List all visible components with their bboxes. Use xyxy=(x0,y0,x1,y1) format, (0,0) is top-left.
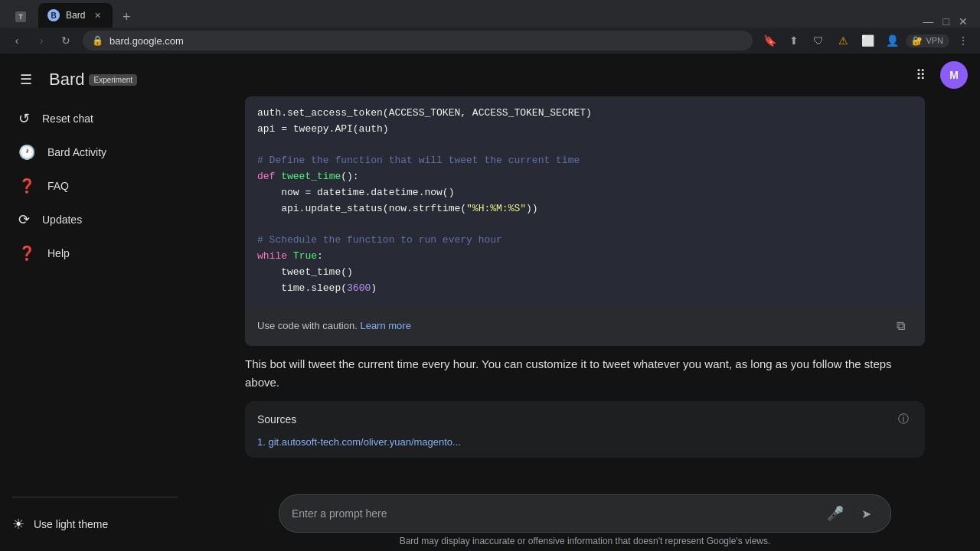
new-tab-button[interactable]: + xyxy=(116,6,137,28)
faq-icon: ❓ xyxy=(18,178,35,194)
caution-text: Use code with caution. Learn more xyxy=(257,320,411,331)
prompt-input-container: 🎤 ➤ xyxy=(279,494,891,533)
sidebar-item-bard-activity[interactable]: 🕐 Bard Activity xyxy=(6,136,184,168)
sidebar-item-reset-chat[interactable]: ↺ Reset chat xyxy=(6,103,184,135)
maximize-button[interactable]: □ xyxy=(943,15,949,28)
updates-icon: ⟳ xyxy=(18,211,30,228)
sidebar-item-updates-label: Updates xyxy=(42,214,82,226)
sidebar: ☰ Bard Experiment ↺ Reset chat 🕐 Bard Ac… xyxy=(0,54,190,551)
back-button[interactable]: ‹ xyxy=(6,30,28,51)
reset-chat-icon: ↺ xyxy=(18,110,30,127)
vpn-label: VPN xyxy=(926,36,943,45)
sidebar-item-updates[interactable]: ⟳ Updates xyxy=(6,204,184,236)
sources-card: Sources ⓘ 1. git.autosoft-tech.com/olive… xyxy=(245,401,925,458)
chat-area[interactable]: auth.set_access_token(ACCESS_TOKEN, ACCE… xyxy=(190,96,980,488)
avatar[interactable]: M xyxy=(940,61,968,89)
help-icon: ❓ xyxy=(18,245,35,262)
theme-toggle-label: Use light theme xyxy=(34,518,108,530)
code-line-3 xyxy=(257,138,913,154)
sidebar-item-faq-label: FAQ xyxy=(47,180,69,192)
code-line-10: while True: xyxy=(257,249,913,265)
warning-icon[interactable]: ⚠ xyxy=(832,30,854,51)
code-content: auth.set_access_token(ACCESS_TOKEN, ACCE… xyxy=(245,96,925,306)
code-caution-bar: Use code with caution. Learn more ⧉ xyxy=(245,306,925,346)
close-button[interactable]: ✕ xyxy=(959,15,968,28)
vpn-icon: 🔐 xyxy=(912,36,923,46)
bard-activity-icon: 🕐 xyxy=(18,144,35,161)
tab-close-button[interactable]: ✕ xyxy=(91,9,103,21)
profile-button[interactable]: 👤 xyxy=(881,30,903,51)
code-line-7: api.update_status(now.strftime("%H:%M:%S… xyxy=(257,201,913,217)
apps-button[interactable]: ⠿ xyxy=(906,61,934,89)
refresh-button[interactable]: ↻ xyxy=(55,30,77,51)
lock-icon: 🔒 xyxy=(92,35,103,46)
nav-actions: 🔖 ⬆ 🛡 ⚠ ⬜ 👤 🔐 VPN ⋮ xyxy=(759,30,974,51)
experiment-badge: Experiment xyxy=(89,74,137,86)
sidebar-item-bard-activity-label: Bard Activity xyxy=(47,146,106,158)
extensions-button[interactable]: ⬜ xyxy=(857,30,878,51)
active-tab-label: Bard xyxy=(66,10,85,21)
active-tab[interactable]: B Bard ✕ xyxy=(38,3,113,28)
minimize-button[interactable]: — xyxy=(923,15,934,28)
code-line-8 xyxy=(257,217,913,233)
bard-favicon: B xyxy=(47,9,60,21)
browser-chrome: T B Bard ✕ + — □ ✕ ‹ › ↻ 🔒 bard.google.c… xyxy=(0,0,980,54)
sidebar-item-help-label: Help xyxy=(47,247,70,259)
address-bar[interactable]: 🔒 bard.google.com xyxy=(83,31,753,51)
send-button[interactable]: ➤ xyxy=(854,501,878,526)
vpn-badge: 🔐 VPN xyxy=(906,34,949,47)
share-button[interactable]: ⬆ xyxy=(783,30,805,51)
sources-info-button[interactable]: ⓘ xyxy=(894,410,913,429)
code-block: auth.set_access_token(ACCESS_TOKEN, ACCE… xyxy=(245,96,925,346)
app-container: ☰ Bard Experiment ↺ Reset chat 🕐 Bard Ac… xyxy=(0,54,980,551)
microphone-button[interactable]: 🎤 xyxy=(823,501,848,526)
code-line-1: auth.set_access_token(ACCESS_TOKEN, ACCE… xyxy=(257,106,913,122)
code-line-11: tweet_time() xyxy=(257,265,913,281)
shield-icon[interactable]: 🛡 xyxy=(808,30,829,51)
sidebar-divider xyxy=(12,497,178,497)
sidebar-item-help[interactable]: ❓ Help xyxy=(6,237,184,269)
app-header: ⠿ M xyxy=(190,54,980,96)
sidebar-nav: ↺ Reset chat 🕐 Bard Activity ❓ FAQ ⟳ Upd… xyxy=(0,103,190,491)
nav-bar: ‹ › ↻ 🔒 bard.google.com 🔖 ⬆ 🛡 ⚠ ⬜ 👤 🔐 VP… xyxy=(0,28,980,54)
bard-title: Bard xyxy=(49,70,84,90)
inactive-tab-icon: T xyxy=(15,11,26,22)
code-line-5: def tweet_time(): xyxy=(257,169,913,185)
copy-code-button[interactable]: ⧉ xyxy=(888,314,913,338)
disclaimer-text: Bard may display inaccurate or offensive… xyxy=(400,533,771,548)
chat-content: auth.set_access_token(ACCESS_TOKEN, ACCE… xyxy=(233,96,937,458)
sun-icon: ☀ xyxy=(12,516,24,533)
sidebar-item-reset-chat-label: Reset chat xyxy=(42,112,93,125)
bard-logo: Bard Experiment xyxy=(49,70,137,90)
bookmark-button[interactable]: 🔖 xyxy=(759,30,780,51)
code-line-12: time.sleep(3600) xyxy=(257,281,913,297)
tab-bar: T B Bard ✕ + — □ ✕ xyxy=(0,0,980,28)
hamburger-button[interactable]: ☰ xyxy=(12,66,40,93)
source-link-1[interactable]: 1. git.autosoft-tech.com/oliver.yuan/mag… xyxy=(257,436,461,448)
sources-title: Sources xyxy=(257,413,296,425)
sidebar-item-faq[interactable]: ❓ FAQ xyxy=(6,170,184,202)
main-content: ⠿ M auth.set_access_token(ACCESS_TOKEN, … xyxy=(190,54,980,551)
theme-toggle-button[interactable]: ☀ Use light theme xyxy=(12,510,178,539)
code-line-6: now = datetime.datetime.now() xyxy=(257,185,913,201)
code-line-4: # Define the function that will tweet th… xyxy=(257,153,913,169)
input-area: 🎤 ➤ Bard may display inaccurate or offen… xyxy=(190,488,980,551)
response-text: This bot will tweet the current time eve… xyxy=(245,355,925,392)
sidebar-header: ☰ Bard Experiment xyxy=(0,60,190,99)
code-line-9: # Schedule the function to run every hou… xyxy=(257,233,913,249)
forward-button[interactable]: › xyxy=(31,30,52,51)
code-line-2: api = tweepy.API(auth) xyxy=(257,122,913,138)
learn-more-link[interactable]: Learn more xyxy=(360,320,410,331)
prompt-input[interactable] xyxy=(292,507,817,520)
sources-header: Sources ⓘ xyxy=(257,410,913,429)
inactive-tab[interactable]: T xyxy=(6,6,35,28)
url-text: bard.google.com xyxy=(109,35,184,47)
more-options-button[interactable]: ⋮ xyxy=(952,30,974,51)
sidebar-bottom: ☀ Use light theme xyxy=(0,504,190,545)
